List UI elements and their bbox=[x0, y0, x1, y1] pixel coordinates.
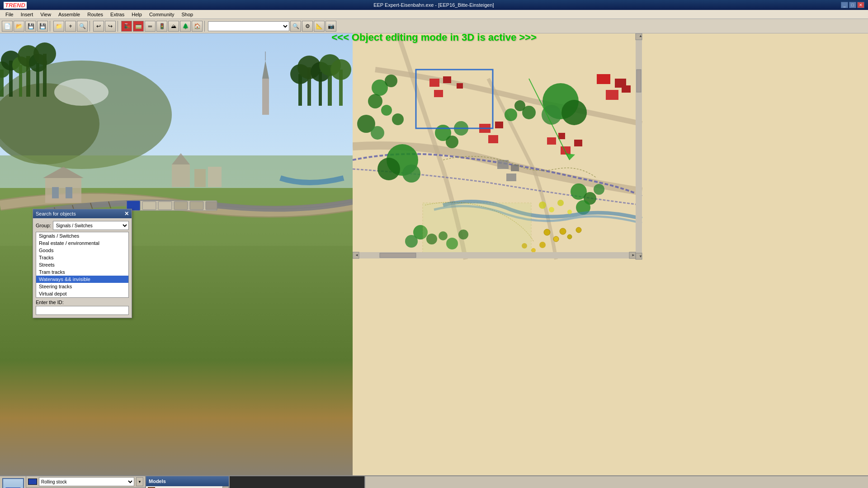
tb-terrain[interactable]: ⛰ bbox=[168, 21, 179, 32]
dropdown-item-5[interactable]: Tram tracks bbox=[36, 268, 128, 276]
tb-signal1[interactable]: 🚦 bbox=[156, 21, 167, 32]
menu-file[interactable]: File bbox=[2, 11, 17, 18]
svg-rect-85 bbox=[434, 90, 443, 97]
dropdown-list: Signals / Switches Real estate / environ… bbox=[36, 232, 129, 298]
tb-btn3[interactable]: 🔍 bbox=[77, 21, 88, 32]
tb-btn2[interactable]: + bbox=[65, 21, 76, 32]
svg-point-114 bbox=[531, 248, 536, 253]
open-button[interactable]: 📂 bbox=[14, 21, 24, 32]
menu-assemble[interactable]: Assemble bbox=[55, 11, 84, 18]
id-input[interactable] bbox=[36, 306, 129, 315]
tb-sep2 bbox=[90, 21, 91, 32]
menu-extras[interactable]: Extras bbox=[107, 11, 128, 18]
search-dialog-title: Search for objects ✕ bbox=[33, 209, 132, 218]
tb-view1[interactable]: 🔍 bbox=[290, 21, 301, 32]
minimize-button[interactable]: _ bbox=[841, 2, 848, 8]
rolling-stock-header: Rolling stock ▼ bbox=[26, 476, 145, 488]
svg-rect-91 bbox=[558, 133, 565, 139]
restore-button[interactable]: □ bbox=[849, 2, 856, 8]
svg-rect-94 bbox=[597, 74, 610, 84]
new-button[interactable]: 📄 bbox=[2, 21, 13, 32]
menu-insert[interactable]: Insert bbox=[17, 11, 37, 18]
save-button[interactable]: 💾 bbox=[25, 21, 36, 32]
svg-rect-84 bbox=[443, 76, 451, 83]
svg-point-101 bbox=[539, 202, 546, 209]
window-title: EEP Expert-Eisenbahn.exe - [EEP16_Bitte-… bbox=[27, 2, 841, 8]
scroll-up-button[interactable]: ▲ bbox=[222, 486, 229, 488]
close-button[interactable]: ✕ bbox=[857, 2, 864, 8]
svg-point-56 bbox=[368, 94, 382, 108]
menu-help[interactable]: Help bbox=[128, 11, 146, 18]
tb-train1[interactable]: 🚂 bbox=[121, 21, 132, 32]
svg-point-115 bbox=[539, 242, 546, 248]
dropdown-item-7[interactable]: Steering tracks bbox=[36, 283, 128, 290]
svg-text:▲: ▲ bbox=[639, 34, 642, 38]
view-combo[interactable] bbox=[208, 21, 289, 31]
minimap[interactable]: ▲ ▼ ◄ ► bbox=[353, 33, 868, 475]
search-dialog-close[interactable]: ✕ bbox=[124, 211, 129, 217]
preview-panel bbox=[230, 476, 365, 488]
svg-rect-93 bbox=[574, 140, 582, 146]
menubar: File Insert View Assemble Routes Extras … bbox=[0, 10, 868, 19]
menu-shop[interactable]: Shop bbox=[178, 11, 197, 18]
svg-point-65 bbox=[446, 136, 458, 148]
tb-view3[interactable]: 📐 bbox=[314, 21, 325, 32]
dropdown-item-0[interactable]: Signals / Switches bbox=[36, 232, 128, 239]
svg-rect-83 bbox=[429, 79, 439, 87]
tb-btn1[interactable]: 📁 bbox=[53, 21, 64, 32]
svg-point-110 bbox=[560, 228, 566, 235]
rs-combo-btn[interactable]: ▼ bbox=[136, 477, 143, 486]
svg-rect-126 bbox=[380, 253, 416, 258]
dropdown-item-8[interactable]: Virtual depot bbox=[36, 290, 128, 297]
svg-rect-96 bbox=[606, 90, 618, 100]
models-scroll-container: ALCo RS 11 ALCo RS 11 Low Nose Bavarian … bbox=[146, 486, 229, 488]
undo-button[interactable]: ↩ bbox=[93, 21, 104, 32]
tb-track1[interactable]: ═ bbox=[145, 21, 156, 32]
search-dialog-body: Group: Signals / Switches Signals / Swit… bbox=[33, 218, 132, 318]
search-dialog: Search for objects ✕ Group: Signals / Sw… bbox=[33, 209, 132, 318]
tab-rolling-stock[interactable] bbox=[2, 478, 24, 488]
svg-rect-100 bbox=[506, 174, 516, 181]
svg-text:▼: ▼ bbox=[639, 254, 642, 258]
menu-routes[interactable]: Routes bbox=[84, 11, 107, 18]
svg-point-103 bbox=[557, 200, 564, 206]
tab-icons bbox=[0, 476, 26, 488]
tb-view4[interactable]: 📷 bbox=[326, 21, 336, 32]
dropdown-item-2[interactable]: Goods bbox=[36, 247, 128, 254]
rolling-stock-combo[interactable]: Rolling stock bbox=[39, 477, 134, 486]
enter-id-row: Enter the ID: bbox=[36, 300, 129, 315]
svg-point-57 bbox=[381, 105, 392, 116]
group-label: Group: bbox=[36, 223, 51, 228]
train-tab-icon bbox=[5, 484, 22, 488]
dropdown-item-4[interactable]: Streets bbox=[36, 261, 128, 268]
svg-point-63 bbox=[402, 164, 420, 183]
titlebar: TREND EEP Expert-Eisenbahn.exe - [EEP16_… bbox=[0, 0, 868, 10]
svg-point-62 bbox=[377, 158, 400, 180]
sky-bg bbox=[0, 33, 353, 210]
svg-point-79 bbox=[405, 235, 418, 248]
svg-point-59 bbox=[371, 126, 384, 140]
svg-point-111 bbox=[567, 235, 572, 239]
dropdown-item-1[interactable]: Real estate / environmental bbox=[36, 239, 128, 247]
dropdown-item-3[interactable]: Tracks bbox=[36, 254, 128, 261]
model-item-alco-rs11[interactable]: ALCo RS 11 bbox=[146, 486, 222, 488]
svg-point-109 bbox=[553, 236, 559, 242]
tb-building[interactable]: 🏠 bbox=[192, 21, 203, 32]
svg-point-72 bbox=[542, 105, 561, 125]
title-left: TREND bbox=[4, 2, 27, 9]
svg-text:◄: ◄ bbox=[355, 253, 359, 257]
dropdown-item-6[interactable]: Waterways && invisible bbox=[36, 276, 128, 283]
svg-point-76 bbox=[594, 184, 604, 195]
redo-button[interactable]: ↪ bbox=[105, 21, 116, 32]
tb-plant[interactable]: 🌲 bbox=[180, 21, 191, 32]
menu-view[interactable]: View bbox=[37, 11, 55, 18]
menu-community[interactable]: Community bbox=[146, 11, 178, 18]
tb-train2[interactable]: 🚃 bbox=[133, 21, 144, 32]
group-combo[interactable]: Signals / Switches bbox=[53, 221, 129, 230]
viewport-3d[interactable]: Search for objects ✕ Group: Signals / Sw… bbox=[0, 33, 353, 475]
svg-rect-97 bbox=[622, 85, 631, 93]
tb-view2[interactable]: ⚙ bbox=[302, 21, 313, 32]
svg-point-102 bbox=[549, 207, 554, 212]
saveas-button[interactable]: 💾 bbox=[37, 21, 48, 32]
svg-point-108 bbox=[544, 229, 550, 235]
